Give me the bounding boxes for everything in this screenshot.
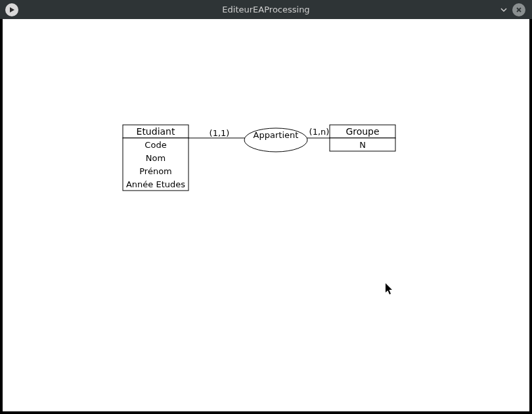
entity-etudiant-title: Etudiant	[137, 126, 175, 137]
window-title: EditeurEAProcessing	[0, 5, 532, 14]
titlebar: EditeurEAProcessing	[0, 0, 532, 19]
minimize-button[interactable]	[498, 4, 510, 16]
svg-marker-0	[10, 7, 14, 12]
entity-groupe-title: Groupe	[345, 126, 379, 137]
play-button[interactable]	[5, 3, 18, 16]
relationship-label: Appartient	[254, 130, 299, 140]
cardinality-left: (1,1)	[210, 128, 230, 138]
diagram-canvas[interactable]: Etudiant Code Nom Prénom Année Etudes Ap…	[3, 19, 529, 411]
cardinality-right: (1,n)	[309, 127, 330, 137]
entity-etudiant-attr-1: Nom	[146, 153, 166, 163]
entity-etudiant-attr-0: Code	[144, 140, 166, 150]
entity-etudiant[interactable]: Etudiant Code Nom Prénom Année Etudes	[123, 125, 188, 191]
close-button[interactable]	[512, 3, 525, 16]
entity-groupe-attr-0: N	[359, 140, 366, 150]
entity-etudiant-attr-3: Année Etudes	[126, 179, 185, 189]
entity-etudiant-attr-2: Prénom	[139, 166, 172, 176]
relationship-appartient[interactable]: Appartient	[244, 128, 307, 152]
entity-groupe[interactable]: Groupe N	[330, 125, 395, 151]
